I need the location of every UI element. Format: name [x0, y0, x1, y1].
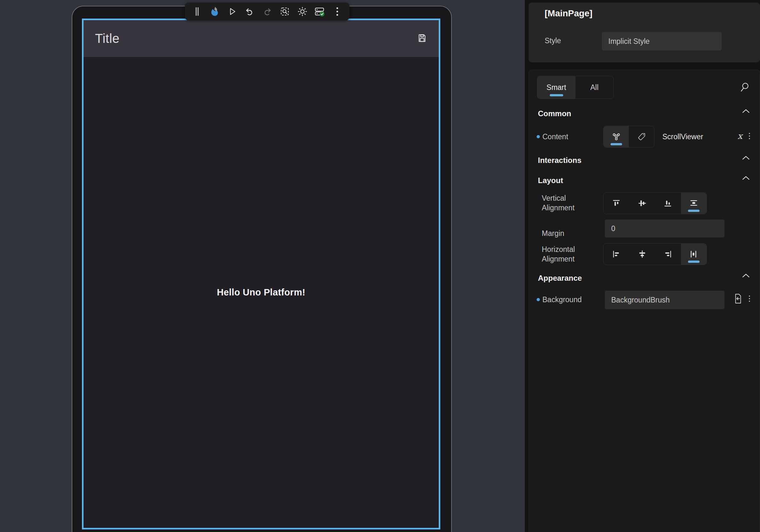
element-picker-icon[interactable]: [279, 6, 291, 17]
element-header-card: [MainPage] Style Implicit Style: [529, 3, 760, 63]
hot-design-toolbar: [185, 3, 350, 21]
halign-right-button[interactable]: [655, 244, 681, 265]
design-canvas: Title Hello Uno Platform!: [0, 0, 525, 532]
background-row-actions: [734, 293, 751, 304]
section-interactions-title: Interactions: [538, 156, 582, 165]
tab-all-label: All: [591, 83, 599, 92]
tab-smart-label: Smart: [546, 83, 566, 92]
device-frame: Title Hello Uno Platform!: [72, 6, 452, 532]
valign-stretch-button[interactable]: [681, 193, 707, 214]
content-more-icon[interactable]: [748, 132, 751, 140]
selected-page-surface[interactable]: Title Hello Uno Platform!: [82, 19, 440, 529]
content-value[interactable]: ScrollViewer: [662, 132, 703, 141]
content-row-actions: x: [737, 131, 751, 141]
hello-text[interactable]: Hello Uno Platform!: [217, 287, 305, 298]
chevron-up-icon[interactable]: [742, 273, 750, 279]
horizontal-alignment-switch: [603, 243, 707, 265]
margin-input[interactable]: 0: [605, 219, 725, 237]
valign-selected-indicator: [688, 210, 699, 212]
margin-label: Margin: [542, 228, 564, 238]
section-layout-title: Layout: [538, 176, 563, 185]
server-status-ok-icon[interactable]: [314, 6, 325, 17]
background-modified-dot: [537, 298, 540, 301]
app-title-text: Title: [95, 31, 417, 46]
style-input[interactable]: Implicit Style: [602, 32, 722, 51]
content-editor-selected-indicator: [611, 143, 622, 145]
properties-panel: [MainPage] Style Implicit Style Smart Al…: [525, 0, 760, 532]
background-more-icon[interactable]: [748, 295, 751, 303]
halign-selected-indicator: [688, 261, 699, 263]
properties-card: Smart All Common Content: [529, 70, 760, 532]
valign-top-button[interactable]: [603, 193, 630, 214]
background-label: Background: [543, 295, 582, 305]
resource-icon[interactable]: [734, 293, 742, 304]
hot-design-flame-icon[interactable]: [209, 6, 220, 17]
vertical-alignment-switch: [603, 192, 707, 214]
chevron-up-icon[interactable]: [742, 155, 750, 162]
background-input[interactable]: BackgroundBrush: [605, 291, 725, 309]
save-icon[interactable]: [417, 33, 427, 44]
play-icon[interactable]: [226, 6, 238, 17]
section-appearance-title: Appearance: [538, 274, 582, 283]
content-element-editor-button[interactable]: [603, 126, 629, 147]
binding-x-icon[interactable]: x: [737, 131, 742, 141]
style-label: Style: [545, 36, 561, 45]
selected-element-name: [MainPage]: [545, 8, 592, 19]
content-label: Content: [543, 132, 568, 141]
redo-icon[interactable]: [261, 6, 273, 17]
content-editor-switch: [603, 126, 654, 148]
content-tag-editor-button[interactable]: [629, 126, 654, 147]
valign-bottom-button[interactable]: [655, 193, 681, 214]
theme-toggle-icon[interactable]: [297, 6, 308, 17]
vertical-alignment-label: Vertical Alignment: [542, 193, 596, 213]
halign-stretch-button[interactable]: [681, 244, 707, 265]
page-content[interactable]: Hello Uno Platform!: [83, 57, 439, 528]
undo-icon[interactable]: [244, 6, 255, 17]
search-icon[interactable]: [739, 82, 750, 94]
tab-smart[interactable]: Smart: [537, 76, 575, 99]
more-options-icon[interactable]: [332, 6, 343, 17]
section-common-title: Common: [538, 109, 571, 118]
drag-handle-icon[interactable]: [191, 6, 203, 17]
tab-all[interactable]: All: [575, 76, 613, 99]
horizontal-alignment-label: Horizontal Alignment: [542, 245, 596, 264]
app-title-bar[interactable]: Title: [83, 20, 439, 57]
chevron-up-icon[interactable]: [742, 175, 750, 182]
valign-center-button[interactable]: [630, 193, 655, 214]
tab-selected-indicator: [550, 94, 563, 96]
content-modified-dot: [537, 135, 540, 138]
chevron-up-icon[interactable]: [742, 109, 750, 115]
halign-left-button[interactable]: [603, 244, 630, 265]
halign-center-button[interactable]: [630, 244, 655, 265]
property-tab-switcher: Smart All: [537, 76, 614, 99]
